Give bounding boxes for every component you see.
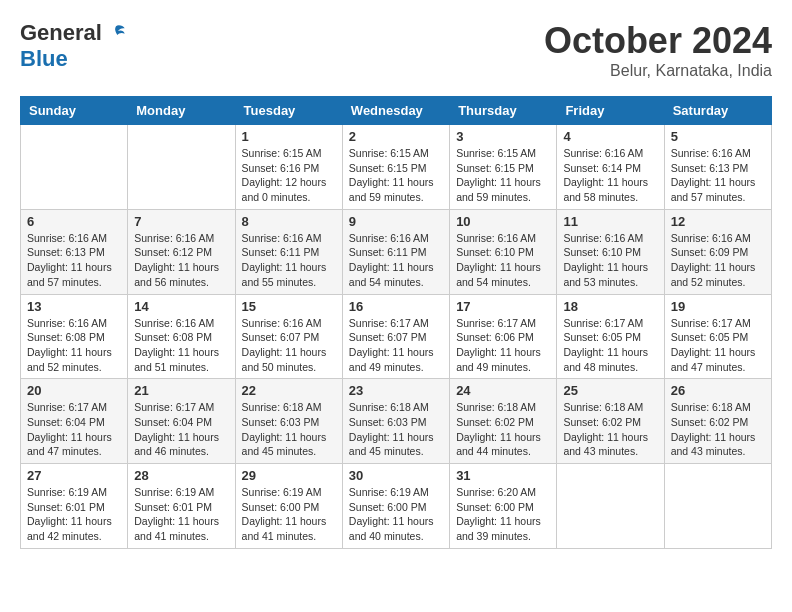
calendar-header-sunday: Sunday [21,97,128,125]
calendar-week-row: 6Sunrise: 6:16 AM Sunset: 6:13 PM Daylig… [21,209,772,294]
calendar-cell: 2Sunrise: 6:15 AM Sunset: 6:15 PM Daylig… [342,125,449,210]
day-number: 15 [242,299,336,314]
calendar-cell: 7Sunrise: 6:16 AM Sunset: 6:12 PM Daylig… [128,209,235,294]
day-number: 1 [242,129,336,144]
day-number: 25 [563,383,657,398]
day-number: 30 [349,468,443,483]
day-number: 24 [456,383,550,398]
day-number: 17 [456,299,550,314]
day-number: 31 [456,468,550,483]
day-number: 5 [671,129,765,144]
calendar-week-row: 20Sunrise: 6:17 AM Sunset: 6:04 PM Dayli… [21,379,772,464]
day-number: 22 [242,383,336,398]
calendar-cell: 31Sunrise: 6:20 AM Sunset: 6:00 PM Dayli… [450,464,557,549]
calendar-table: SundayMondayTuesdayWednesdayThursdayFrid… [20,96,772,549]
day-number: 11 [563,214,657,229]
day-number: 8 [242,214,336,229]
calendar-cell: 21Sunrise: 6:17 AM Sunset: 6:04 PM Dayli… [128,379,235,464]
calendar-header-thursday: Thursday [450,97,557,125]
day-number: 29 [242,468,336,483]
day-info: Sunrise: 6:15 AM Sunset: 6:16 PM Dayligh… [242,146,336,205]
calendar-header-saturday: Saturday [664,97,771,125]
day-number: 2 [349,129,443,144]
calendar-header-wednesday: Wednesday [342,97,449,125]
calendar-header-tuesday: Tuesday [235,97,342,125]
day-info: Sunrise: 6:16 AM Sunset: 6:09 PM Dayligh… [671,231,765,290]
day-info: Sunrise: 6:17 AM Sunset: 6:04 PM Dayligh… [27,400,121,459]
day-number: 3 [456,129,550,144]
day-info: Sunrise: 6:16 AM Sunset: 6:08 PM Dayligh… [134,316,228,375]
calendar-cell: 24Sunrise: 6:18 AM Sunset: 6:02 PM Dayli… [450,379,557,464]
day-info: Sunrise: 6:17 AM Sunset: 6:05 PM Dayligh… [563,316,657,375]
day-info: Sunrise: 6:16 AM Sunset: 6:11 PM Dayligh… [349,231,443,290]
day-number: 6 [27,214,121,229]
day-number: 12 [671,214,765,229]
day-number: 26 [671,383,765,398]
day-number: 18 [563,299,657,314]
location: Belur, Karnataka, India [544,62,772,80]
logo-blue-text: Blue [20,46,68,72]
calendar-cell: 17Sunrise: 6:17 AM Sunset: 6:06 PM Dayli… [450,294,557,379]
calendar-cell: 10Sunrise: 6:16 AM Sunset: 6:10 PM Dayli… [450,209,557,294]
calendar-week-row: 13Sunrise: 6:16 AM Sunset: 6:08 PM Dayli… [21,294,772,379]
day-number: 23 [349,383,443,398]
calendar-cell [21,125,128,210]
calendar-cell: 16Sunrise: 6:17 AM Sunset: 6:07 PM Dayli… [342,294,449,379]
day-info: Sunrise: 6:15 AM Sunset: 6:15 PM Dayligh… [456,146,550,205]
day-info: Sunrise: 6:18 AM Sunset: 6:02 PM Dayligh… [671,400,765,459]
calendar-cell: 1Sunrise: 6:15 AM Sunset: 6:16 PM Daylig… [235,125,342,210]
day-info: Sunrise: 6:18 AM Sunset: 6:02 PM Dayligh… [563,400,657,459]
day-info: Sunrise: 6:17 AM Sunset: 6:05 PM Dayligh… [671,316,765,375]
calendar-cell: 4Sunrise: 6:16 AM Sunset: 6:14 PM Daylig… [557,125,664,210]
calendar-cell: 30Sunrise: 6:19 AM Sunset: 6:00 PM Dayli… [342,464,449,549]
logo: General Blue [20,20,126,72]
calendar-cell [557,464,664,549]
calendar-cell [664,464,771,549]
title-area: October 2024 Belur, Karnataka, India [544,20,772,80]
calendar-cell: 9Sunrise: 6:16 AM Sunset: 6:11 PM Daylig… [342,209,449,294]
day-number: 21 [134,383,228,398]
calendar-cell: 14Sunrise: 6:16 AM Sunset: 6:08 PM Dayli… [128,294,235,379]
day-info: Sunrise: 6:16 AM Sunset: 6:13 PM Dayligh… [27,231,121,290]
day-number: 27 [27,468,121,483]
day-info: Sunrise: 6:20 AM Sunset: 6:00 PM Dayligh… [456,485,550,544]
day-info: Sunrise: 6:18 AM Sunset: 6:03 PM Dayligh… [349,400,443,459]
day-number: 4 [563,129,657,144]
day-info: Sunrise: 6:19 AM Sunset: 6:00 PM Dayligh… [242,485,336,544]
calendar-cell: 5Sunrise: 6:16 AM Sunset: 6:13 PM Daylig… [664,125,771,210]
calendar-cell [128,125,235,210]
day-info: Sunrise: 6:16 AM Sunset: 6:13 PM Dayligh… [671,146,765,205]
day-info: Sunrise: 6:17 AM Sunset: 6:04 PM Dayligh… [134,400,228,459]
day-info: Sunrise: 6:19 AM Sunset: 6:01 PM Dayligh… [27,485,121,544]
calendar-cell: 12Sunrise: 6:16 AM Sunset: 6:09 PM Dayli… [664,209,771,294]
calendar-week-row: 1Sunrise: 6:15 AM Sunset: 6:16 PM Daylig… [21,125,772,210]
calendar-cell: 29Sunrise: 6:19 AM Sunset: 6:00 PM Dayli… [235,464,342,549]
day-info: Sunrise: 6:16 AM Sunset: 6:11 PM Dayligh… [242,231,336,290]
day-info: Sunrise: 6:16 AM Sunset: 6:14 PM Dayligh… [563,146,657,205]
day-info: Sunrise: 6:19 AM Sunset: 6:00 PM Dayligh… [349,485,443,544]
calendar-cell: 27Sunrise: 6:19 AM Sunset: 6:01 PM Dayli… [21,464,128,549]
calendar-cell: 22Sunrise: 6:18 AM Sunset: 6:03 PM Dayli… [235,379,342,464]
calendar-cell: 3Sunrise: 6:15 AM Sunset: 6:15 PM Daylig… [450,125,557,210]
day-number: 13 [27,299,121,314]
day-number: 9 [349,214,443,229]
calendar-header-monday: Monday [128,97,235,125]
day-info: Sunrise: 6:17 AM Sunset: 6:07 PM Dayligh… [349,316,443,375]
day-info: Sunrise: 6:18 AM Sunset: 6:02 PM Dayligh… [456,400,550,459]
calendar-cell: 26Sunrise: 6:18 AM Sunset: 6:02 PM Dayli… [664,379,771,464]
day-number: 7 [134,214,228,229]
day-info: Sunrise: 6:16 AM Sunset: 6:12 PM Dayligh… [134,231,228,290]
calendar-header-row: SundayMondayTuesdayWednesdayThursdayFrid… [21,97,772,125]
calendar-cell: 6Sunrise: 6:16 AM Sunset: 6:13 PM Daylig… [21,209,128,294]
calendar-cell: 23Sunrise: 6:18 AM Sunset: 6:03 PM Dayli… [342,379,449,464]
day-info: Sunrise: 6:16 AM Sunset: 6:08 PM Dayligh… [27,316,121,375]
calendar-cell: 15Sunrise: 6:16 AM Sunset: 6:07 PM Dayli… [235,294,342,379]
month-title: October 2024 [544,20,772,62]
day-number: 14 [134,299,228,314]
calendar-cell: 19Sunrise: 6:17 AM Sunset: 6:05 PM Dayli… [664,294,771,379]
day-number: 16 [349,299,443,314]
calendar-cell: 28Sunrise: 6:19 AM Sunset: 6:01 PM Dayli… [128,464,235,549]
day-info: Sunrise: 6:17 AM Sunset: 6:06 PM Dayligh… [456,316,550,375]
logo-bird-icon [106,23,126,43]
calendar-week-row: 27Sunrise: 6:19 AM Sunset: 6:01 PM Dayli… [21,464,772,549]
